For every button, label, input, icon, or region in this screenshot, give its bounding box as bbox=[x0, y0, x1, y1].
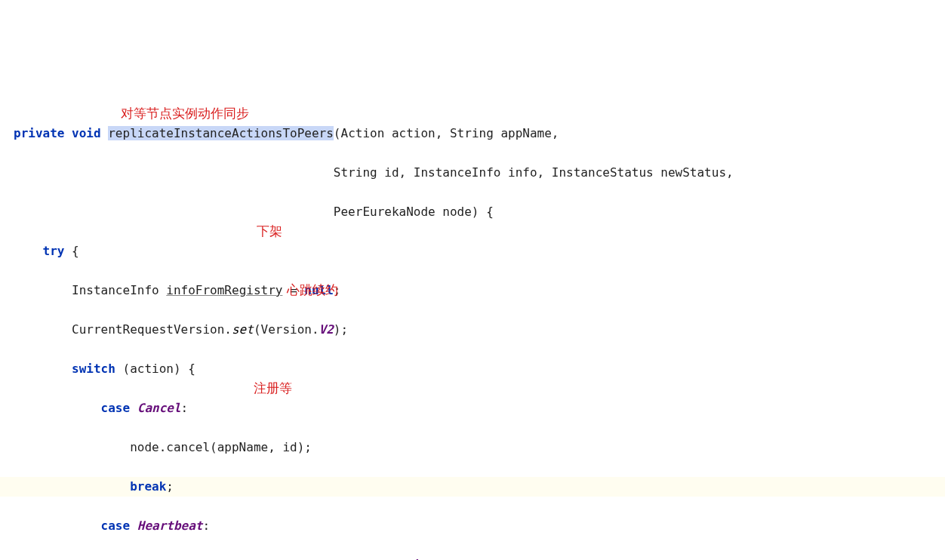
keyword-case: case bbox=[101, 401, 131, 415]
code-line: try { bbox=[0, 242, 945, 261]
code-line: InstanceStatus overriddenStatus = overri… bbox=[0, 555, 945, 560]
keyword-break: break bbox=[130, 479, 166, 494]
params-line3: PeerEurekaNode node) { bbox=[334, 205, 494, 219]
code-line-highlighted: break; bbox=[0, 477, 945, 497]
enum-const-cancel: Cancel bbox=[137, 401, 181, 415]
keyword-private-void: private void bbox=[14, 126, 101, 140]
params-line1: (Action action, String appName, bbox=[334, 126, 559, 140]
code-line: private void replicateInstanceActionsToP… bbox=[0, 124, 945, 143]
annotation-cancel: 下架 bbox=[257, 222, 282, 242]
enum-const-v2: V2 bbox=[319, 322, 334, 337]
call-cancel: node.cancel(appName, id); bbox=[130, 440, 312, 454]
code-line: String id, InstanceInfo info, InstanceSt… bbox=[0, 163, 945, 183]
local-var-infoFromRegistry: infoFromRegistry bbox=[166, 283, 282, 297]
params-line2: String id, InstanceInfo info, InstanceSt… bbox=[334, 165, 734, 180]
code-line: InstanceInfo infoFromRegistry = null; bbox=[0, 281, 945, 300]
annotation-heartbeat: 心跳续约 bbox=[287, 281, 338, 300]
keyword-switch: switch bbox=[72, 362, 115, 376]
code-editor-area[interactable]: private void replicateInstanceActionsToP… bbox=[0, 78, 945, 560]
keyword-try: try bbox=[43, 244, 65, 258]
code-line: case Cancel: bbox=[0, 398, 945, 418]
annotation-method-desc: 对等节点实例动作同步 bbox=[121, 104, 249, 124]
code-line: node.cancel(appName, id); bbox=[0, 438, 945, 457]
enum-const-heartbeat: Heartbeat bbox=[137, 518, 203, 533]
code-line: switch (action) { bbox=[0, 359, 945, 379]
annotation-register: 注册等 bbox=[254, 379, 292, 398]
code-line: case Heartbeat: bbox=[0, 516, 945, 536]
keyword-case: case bbox=[101, 518, 131, 533]
static-method-set: set bbox=[232, 322, 254, 337]
method-name-highlighted: replicateInstanceActionsToPeers bbox=[108, 126, 334, 140]
code-line: PeerEurekaNode node) { bbox=[0, 202, 945, 222]
code-line: CurrentRequestVersion.set(Version.V2); bbox=[0, 320, 945, 340]
